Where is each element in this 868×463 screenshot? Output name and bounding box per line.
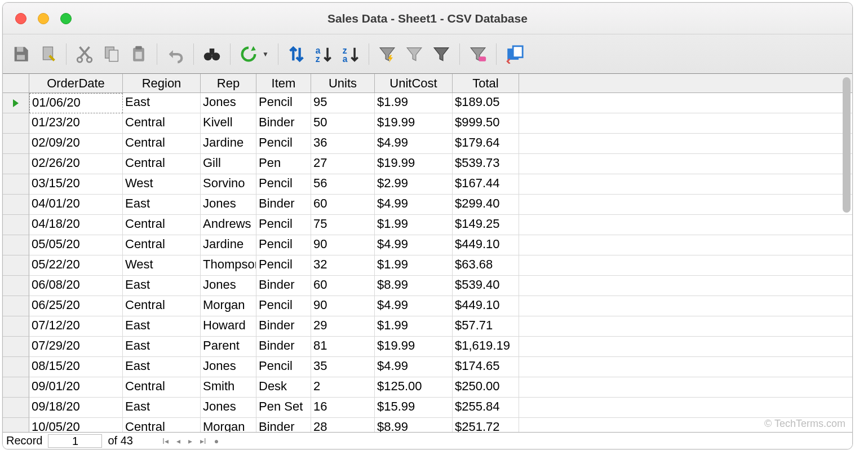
- cell[interactable]: East: [123, 357, 201, 377]
- cell[interactable]: $63.68: [453, 255, 519, 276]
- cell[interactable]: Jones: [201, 357, 256, 377]
- cell[interactable]: Binder: [256, 113, 311, 134]
- row-header[interactable]: [3, 154, 29, 174]
- cell[interactable]: 90: [311, 296, 375, 316]
- cell[interactable]: Jardine: [201, 235, 256, 255]
- cell[interactable]: Gill: [201, 154, 256, 174]
- next-record-button[interactable]: ▸: [188, 436, 192, 446]
- column-header-orderdate[interactable]: OrderDate: [29, 74, 123, 93]
- cell[interactable]: East: [123, 93, 201, 113]
- cell[interactable]: Jones: [201, 93, 256, 113]
- cell[interactable]: 29: [311, 316, 375, 337]
- cell[interactable]: 35: [311, 357, 375, 377]
- cell[interactable]: $1.99: [375, 215, 453, 235]
- cell[interactable]: Thompson: [201, 255, 256, 276]
- cell[interactable]: $125.00: [375, 377, 453, 398]
- cell[interactable]: 28: [311, 418, 375, 432]
- cell[interactable]: $174.65: [453, 357, 519, 377]
- cell[interactable]: Pencil: [256, 357, 311, 377]
- autofilter-button[interactable]: [375, 42, 400, 67]
- cell[interactable]: $179.64: [453, 134, 519, 154]
- cell[interactable]: $19.99: [375, 154, 453, 174]
- paste-button[interactable]: [126, 42, 151, 67]
- copy-button[interactable]: [99, 42, 124, 67]
- cell[interactable]: 90: [311, 235, 375, 255]
- cell[interactable]: Central: [123, 418, 201, 432]
- cut-button[interactable]: [72, 42, 97, 67]
- cell[interactable]: 95: [311, 93, 375, 113]
- save-button[interactable]: [8, 42, 33, 67]
- cell[interactable]: East: [123, 195, 201, 215]
- cell[interactable]: Smith: [201, 377, 256, 398]
- cell[interactable]: $8.99: [375, 276, 453, 296]
- column-header-item[interactable]: Item: [256, 74, 311, 93]
- cell[interactable]: Central: [123, 134, 201, 154]
- cell[interactable]: 60: [311, 276, 375, 296]
- cell[interactable]: $255.84: [453, 398, 519, 418]
- cell[interactable]: West: [123, 255, 201, 276]
- cell[interactable]: $449.10: [453, 235, 519, 255]
- cell[interactable]: $539.73: [453, 154, 519, 174]
- column-header-total[interactable]: Total: [453, 74, 519, 93]
- cell[interactable]: 10/05/20: [29, 418, 123, 432]
- cell[interactable]: 08/15/20: [29, 357, 123, 377]
- refresh-dropdown[interactable]: ▼: [262, 50, 269, 58]
- row-header[interactable]: [3, 377, 29, 398]
- cell[interactable]: $299.40: [453, 195, 519, 215]
- cell[interactable]: 04/18/20: [29, 215, 123, 235]
- cell[interactable]: Pencil: [256, 93, 311, 113]
- first-record-button[interactable]: I◂: [162, 436, 169, 446]
- cell[interactable]: Pencil: [256, 174, 311, 195]
- reset-filter-button[interactable]: [466, 42, 490, 67]
- row-header[interactable]: [3, 276, 29, 296]
- cell[interactable]: 07/12/20: [29, 316, 123, 337]
- row-header[interactable]: [3, 418, 29, 432]
- cell[interactable]: 16: [311, 398, 375, 418]
- select-all-corner[interactable]: [3, 74, 29, 93]
- cell[interactable]: Jardine: [201, 134, 256, 154]
- cell[interactable]: Parent: [201, 337, 256, 357]
- cell[interactable]: 09/18/20: [29, 398, 123, 418]
- cell[interactable]: 50: [311, 113, 375, 134]
- cell[interactable]: Pencil: [256, 134, 311, 154]
- cell[interactable]: 01/06/20: [29, 93, 123, 113]
- cell[interactable]: Pen: [256, 154, 311, 174]
- cell[interactable]: Binder: [256, 337, 311, 357]
- cell[interactable]: Pencil: [256, 235, 311, 255]
- cell[interactable]: $4.99: [375, 235, 453, 255]
- cell[interactable]: $251.72: [453, 418, 519, 432]
- cell[interactable]: Pencil: [256, 296, 311, 316]
- row-header[interactable]: [3, 174, 29, 195]
- row-header[interactable]: [3, 357, 29, 377]
- cell[interactable]: $189.05: [453, 93, 519, 113]
- cell[interactable]: $57.71: [453, 316, 519, 337]
- cell[interactable]: 32: [311, 255, 375, 276]
- column-header-unitcost[interactable]: UnitCost: [375, 74, 453, 93]
- data-to-text-button[interactable]: [502, 42, 527, 67]
- cell[interactable]: Jones: [201, 195, 256, 215]
- cell[interactable]: $1.99: [375, 255, 453, 276]
- cell[interactable]: $1.99: [375, 93, 453, 113]
- row-header[interactable]: [3, 296, 29, 316]
- cell[interactable]: Binder: [256, 418, 311, 432]
- row-header[interactable]: [3, 316, 29, 337]
- row-header[interactable]: [3, 398, 29, 418]
- cell[interactable]: $4.99: [375, 134, 453, 154]
- cell[interactable]: $19.99: [375, 113, 453, 134]
- cell[interactable]: East: [123, 316, 201, 337]
- cell[interactable]: Kivell: [201, 113, 256, 134]
- find-button[interactable]: [200, 42, 224, 67]
- cell[interactable]: Pen Set: [256, 398, 311, 418]
- cell[interactable]: $4.99: [375, 357, 453, 377]
- cell[interactable]: Central: [123, 154, 201, 174]
- cell[interactable]: Binder: [256, 276, 311, 296]
- cell[interactable]: 27: [311, 154, 375, 174]
- cell[interactable]: $2.99: [375, 174, 453, 195]
- cell[interactable]: 60: [311, 195, 375, 215]
- cell[interactable]: Central: [123, 377, 201, 398]
- cell[interactable]: 01/23/20: [29, 113, 123, 134]
- prev-record-button[interactable]: ◂: [176, 436, 180, 446]
- cell[interactable]: $167.44: [453, 174, 519, 195]
- cell[interactable]: 2: [311, 377, 375, 398]
- new-record-button[interactable]: ●: [214, 436, 219, 446]
